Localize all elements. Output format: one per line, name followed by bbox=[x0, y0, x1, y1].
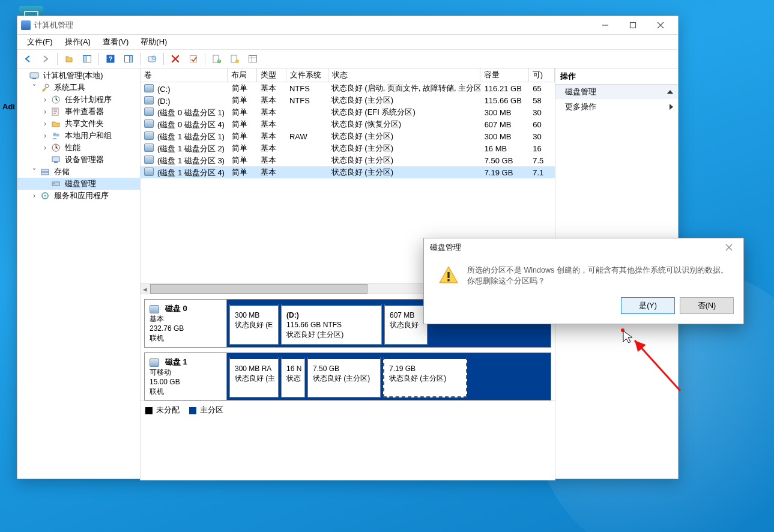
navigation-tree[interactable]: 计算机管理(本地) ˅系统工具›任务计划程序›事件查看器›共享文件夹›本地用户和… bbox=[17, 68, 141, 480]
dialog-no-button[interactable]: 否(N) bbox=[680, 297, 734, 314]
tree-item-事件查看器[interactable]: ›事件查看器 bbox=[17, 106, 140, 118]
volume-icon bbox=[144, 168, 154, 176]
tree-item-设备管理器[interactable]: 设备管理器 bbox=[17, 154, 140, 166]
disk-legend: 未分配 主分区 bbox=[141, 401, 555, 419]
partition-block[interactable]: 300 MB RA状态良好 (主 bbox=[229, 357, 279, 397]
volume-row[interactable]: (磁盘 0 磁盘分区 4)简单基本状态良好 (恢复分区)607 MB60 bbox=[141, 118, 555, 130]
volume-row[interactable]: (D:)简单基本NTFS状态良好 (主分区)115.66 GB58 bbox=[141, 94, 555, 106]
tree-item-label: 存储 bbox=[52, 166, 71, 178]
legend-primary-swatch bbox=[189, 407, 196, 414]
tree-item-label: 共享文件夹 bbox=[63, 118, 106, 130]
tree-twist-icon[interactable]: ˅ bbox=[31, 83, 38, 92]
toolbar-forward-button[interactable] bbox=[38, 51, 53, 67]
svg-rect-2 bbox=[83, 56, 86, 62]
tree-twist-icon[interactable]: › bbox=[41, 144, 49, 152]
partition-container: 300 MB RA状态良好 (主16 N状态7.50 GB状态良好 (主分区)7… bbox=[227, 353, 551, 400]
tree-item-系统工具[interactable]: ˅系统工具 bbox=[17, 82, 140, 94]
actions-section-label: 磁盘管理 bbox=[565, 86, 596, 97]
tree-item-任务计划程序[interactable]: ›任务计划程序 bbox=[17, 94, 140, 106]
partition-block[interactable]: 16 N状态 bbox=[281, 357, 305, 397]
svg-point-18 bbox=[45, 84, 49, 88]
menu-bar: 文件(F) 操作(A) 查看(V) 帮助(H) bbox=[17, 35, 678, 50]
dialog-titlebar[interactable]: 磁盘管理 bbox=[424, 238, 743, 256]
menu-action[interactable]: 操作(A) bbox=[59, 35, 97, 49]
tree-item-label: 系统工具 bbox=[52, 82, 87, 94]
toolbar-back-button[interactable] bbox=[20, 51, 35, 67]
volume-row[interactable]: (磁盘 1 磁盘分区 2)简单基本状态良好 (主分区)16 MB16 bbox=[141, 142, 555, 154]
partition-block[interactable]: 607 MB状态良好 bbox=[384, 303, 428, 345]
window-minimize-button[interactable] bbox=[591, 16, 619, 34]
col-volume[interactable]: 卷 bbox=[141, 68, 228, 82]
col-layout[interactable]: 布局 bbox=[228, 68, 257, 82]
tree-item-本地用户和组[interactable]: ›本地用户和组 bbox=[17, 130, 140, 142]
toolbar-separator bbox=[205, 53, 205, 65]
partition-block[interactable]: 7.50 GB状态良好 (主分区) bbox=[307, 357, 381, 397]
tree-twist-icon[interactable]: › bbox=[41, 107, 49, 116]
svg-rect-15 bbox=[249, 56, 257, 62]
toolbar-up-button[interactable] bbox=[61, 51, 77, 67]
toolbar-show-hide-tree-button[interactable] bbox=[79, 51, 95, 67]
tree-item-服务和应用程序[interactable]: ›服务和应用程序 bbox=[17, 190, 140, 202]
window-buttons bbox=[591, 16, 674, 34]
tree-item-共享文件夹[interactable]: ›共享文件夹 bbox=[17, 118, 140, 130]
volume-row[interactable]: (磁盘 0 磁盘分区 1)简单基本状态良好 (EFI 系统分区)300 MB30 bbox=[141, 106, 555, 118]
menu-file[interactable]: 文件(F) bbox=[21, 35, 59, 49]
toolbar-delete-button[interactable] bbox=[168, 51, 183, 67]
toolbar-props2-button[interactable] bbox=[227, 51, 243, 67]
window-titlebar[interactable]: 计算机管理 bbox=[17, 16, 678, 35]
volume-row[interactable]: (C:)简单基本NTFS状态良好 (启动, 页面文件, 故障转储, 主分区)11… bbox=[141, 82, 555, 94]
toolbar-list-button[interactable]: + bbox=[209, 51, 225, 67]
tree-twist-icon[interactable]: › bbox=[41, 95, 49, 104]
tree-root[interactable]: 计算机管理(本地) bbox=[17, 70, 140, 82]
toolbar-help-button[interactable]: ? bbox=[103, 51, 118, 67]
volume-list-header[interactable]: 卷 布局 类型 文件系统 状态 容量 可) bbox=[141, 68, 555, 82]
tree-item-label: 性能 bbox=[63, 142, 82, 154]
volume-row[interactable]: (磁盘 1 磁盘分区 3)简单基本状态良好 (主分区)7.50 GB7.5 bbox=[141, 154, 555, 166]
col-capacity[interactable]: 容量 bbox=[480, 68, 529, 82]
tree-item-磁盘管理[interactable]: 磁盘管理 bbox=[17, 178, 140, 190]
disk-info[interactable]: 磁盘 0基本232.76 GB联机 bbox=[145, 300, 227, 347]
menu-help[interactable]: 帮助(H) bbox=[135, 35, 173, 49]
partition-block[interactable]: 7.19 GB状态良好 (主分区) bbox=[383, 357, 467, 397]
toolbar-details-button[interactable] bbox=[245, 51, 261, 67]
dialog-close-button[interactable] bbox=[721, 239, 737, 256]
disk-info[interactable]: 磁盘 1可移动15.00 GB联机 bbox=[145, 353, 227, 400]
toolbar-refresh-button[interactable] bbox=[144, 51, 160, 67]
actions-section-disk-management[interactable]: 磁盘管理 bbox=[555, 85, 678, 99]
toolbar-separator bbox=[163, 53, 164, 65]
tree-twist-icon[interactable]: › bbox=[41, 131, 49, 140]
scrollbar-thumb[interactable] bbox=[150, 284, 367, 294]
volume-row[interactable]: (磁盘 1 磁盘分区 1)简单基本RAW状态良好 (主分区)300 MB30 bbox=[141, 130, 555, 142]
toolbar-properties-button[interactable] bbox=[186, 51, 201, 67]
tree-item-性能[interactable]: ›性能 bbox=[17, 142, 140, 154]
submenu-arrow-icon bbox=[670, 104, 673, 110]
tree-twist-icon[interactable]: › bbox=[41, 119, 49, 128]
dialog-yes-button[interactable]: 是(Y) bbox=[621, 297, 675, 314]
disk-row[interactable]: 磁盘 1可移动15.00 GB联机300 MB RA状态良好 (主16 N状态7… bbox=[144, 352, 551, 401]
task-icon bbox=[51, 95, 61, 104]
tree-twist-icon[interactable]: › bbox=[31, 192, 38, 200]
toolbar-separator bbox=[98, 53, 99, 65]
partition-block[interactable]: (D:)115.66 GB NTFS状态良好 (主分区) bbox=[281, 303, 382, 345]
tree-twist-icon[interactable]: ˅ bbox=[31, 168, 38, 176]
tree-item-label: 本地用户和组 bbox=[63, 130, 113, 142]
volume-row[interactable]: (磁盘 1 磁盘分区 4)简单基本状态良好 (主分区)7.19 GB7.1 bbox=[141, 166, 555, 178]
partition-block[interactable]: 300 MB状态良好 (E bbox=[229, 303, 279, 345]
svg-rect-35 bbox=[447, 279, 449, 281]
svg-point-14 bbox=[235, 59, 239, 63]
col-fs[interactable]: 文件系统 bbox=[286, 68, 328, 82]
users-icon bbox=[51, 131, 61, 141]
svg-point-30 bbox=[53, 183, 55, 184]
menu-view[interactable]: 查看(V) bbox=[97, 35, 135, 49]
window-close-button[interactable] bbox=[647, 16, 674, 34]
legend-unallocated-swatch bbox=[145, 407, 153, 414]
toolbar-action-pane-button[interactable] bbox=[121, 51, 136, 67]
actions-item-more[interactable]: 更多操作 bbox=[555, 99, 678, 115]
col-type[interactable]: 类型 bbox=[257, 68, 286, 82]
col-status[interactable]: 状态 bbox=[328, 68, 480, 82]
window-maximize-button[interactable] bbox=[619, 16, 647, 34]
svg-rect-16 bbox=[30, 73, 38, 78]
toolbar-separator bbox=[140, 53, 141, 65]
tree-item-存储[interactable]: ˅存储 bbox=[17, 166, 140, 178]
col-free[interactable]: 可) bbox=[529, 68, 555, 82]
